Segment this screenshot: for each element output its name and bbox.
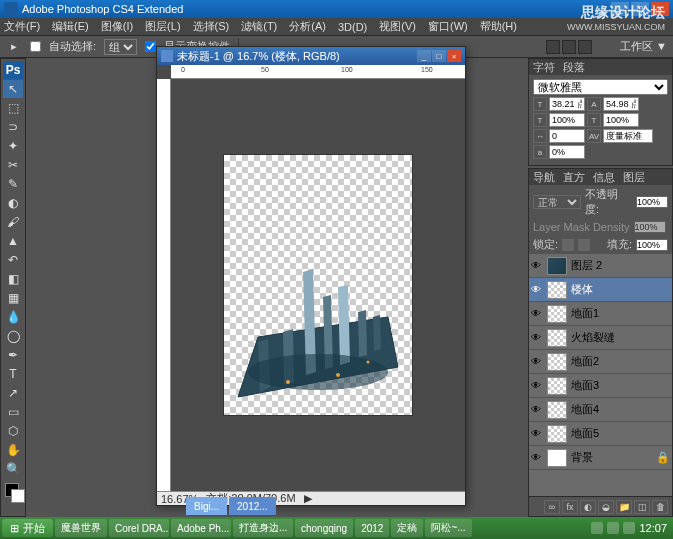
layer-name[interactable]: 楼体 (571, 282, 593, 297)
shape-tool[interactable]: ▭ (3, 403, 23, 421)
layer-thumbnail[interactable] (547, 425, 567, 443)
layer-name[interactable]: 地面1 (571, 306, 599, 321)
layer-thumbnail[interactable] (547, 329, 567, 347)
brush-tool[interactable]: 🖌 (3, 213, 23, 231)
show-transform-checkbox[interactable] (145, 41, 156, 52)
tray-icon[interactable] (623, 522, 635, 534)
move-tool[interactable]: ↖ (3, 80, 23, 98)
wand-tool[interactable]: ✦ (3, 137, 23, 155)
auto-select-mode[interactable]: 组 (104, 39, 137, 55)
layer-name[interactable]: 图层 2 (571, 258, 602, 273)
document-window[interactable]: 未标题-1 @ 16.7% (楼体, RGB/8) _ □ × 0 50 100… (156, 46, 466, 506)
taskbar-button[interactable]: Corel DRA... (109, 519, 169, 537)
canvas[interactable] (171, 79, 465, 491)
baseline-input[interactable] (549, 145, 585, 159)
menu-analysis[interactable]: 分析(A) (289, 19, 326, 34)
visibility-icon[interactable]: 👁 (531, 260, 543, 272)
layer-row[interactable]: 👁火焰裂缝 (529, 326, 672, 350)
layer-thumbnail[interactable] (547, 449, 567, 467)
color-swatches[interactable] (3, 483, 23, 507)
layer-row[interactable]: 👁地面2 (529, 350, 672, 374)
visibility-icon[interactable]: 👁 (531, 404, 543, 416)
stamp-tool[interactable]: ▲ (3, 232, 23, 250)
menu-edit[interactable]: 编辑(E) (52, 19, 89, 34)
dock-tab[interactable]: 2012... (229, 497, 276, 515)
layer-thumbnail[interactable] (547, 257, 567, 275)
new-layer-icon[interactable]: ◫ (634, 500, 650, 514)
mask-density-input[interactable] (634, 221, 666, 233)
artboard[interactable] (223, 154, 413, 416)
char-tab[interactable]: 字符 (533, 60, 555, 75)
layer-thumbnail[interactable] (547, 281, 567, 299)
leading-input[interactable] (603, 97, 639, 111)
visibility-icon[interactable]: 👁 (531, 284, 543, 296)
layer-row[interactable]: 👁图层 2 (529, 254, 672, 278)
dock-tab[interactable]: Bigi... (186, 497, 227, 515)
menu-layer[interactable]: 图层(L) (145, 19, 180, 34)
menu-view[interactable]: 视图(V) (379, 19, 416, 34)
nav-tab[interactable]: 导航 (533, 170, 555, 185)
workspace-switcher[interactable]: 工作区 ▼ (620, 39, 667, 54)
layer-row[interactable]: 👁楼体 (529, 278, 672, 302)
adj-layer-icon[interactable]: ◒ (598, 500, 614, 514)
font-size-input[interactable] (549, 97, 585, 111)
visibility-icon[interactable]: 👁 (531, 380, 543, 392)
doc-minimize[interactable]: _ (417, 50, 431, 62)
layer-name[interactable]: 火焰裂缝 (571, 330, 615, 345)
background-color[interactable] (11, 489, 25, 503)
visibility-icon[interactable]: 👁 (531, 428, 543, 440)
font-select[interactable]: 微软雅黑 (533, 79, 668, 95)
layer-row[interactable]: 👁地面3 (529, 374, 672, 398)
marquee-tool[interactable]: ⬚ (3, 99, 23, 117)
layer-thumbnail[interactable] (547, 305, 567, 323)
menu-file[interactable]: 文件(F) (4, 19, 40, 34)
layer-row[interactable]: 👁地面4 (529, 398, 672, 422)
menu-filter[interactable]: 滤镜(T) (241, 19, 277, 34)
opacity-input[interactable] (636, 196, 668, 208)
align-btn[interactable] (562, 40, 576, 54)
heal-tool[interactable]: ◐ (3, 194, 23, 212)
path-tool[interactable]: ↗ (3, 384, 23, 402)
3d-tool[interactable]: ⬡ (3, 422, 23, 440)
layer-name[interactable]: 背景 (571, 450, 593, 465)
fill-input[interactable] (636, 239, 668, 251)
eyedropper-tool[interactable]: ✎ (3, 175, 23, 193)
layers-tab[interactable]: 图层 (623, 170, 645, 185)
layer-mask-icon[interactable]: ◐ (580, 500, 596, 514)
hscale-input[interactable] (549, 113, 585, 127)
align-btn[interactable] (578, 40, 592, 54)
layer-name[interactable]: 地面4 (571, 402, 599, 417)
taskbar-button[interactable]: Adobe Ph... (171, 519, 231, 537)
link-layers-icon[interactable]: ∞ (544, 500, 560, 514)
tray-icon[interactable] (591, 522, 603, 534)
hand-tool[interactable]: ✋ (3, 441, 23, 459)
lock-trans-icon[interactable] (562, 239, 574, 251)
layer-thumbnail[interactable] (547, 353, 567, 371)
taskbar-button[interactable]: 定稿 (391, 519, 423, 537)
dodge-tool[interactable]: ◯ (3, 327, 23, 345)
blur-tool[interactable]: 💧 (3, 308, 23, 326)
group-icon[interactable]: 📁 (616, 500, 632, 514)
tray-icon[interactable] (607, 522, 619, 534)
para-tab[interactable]: 段落 (563, 60, 585, 75)
layer-name[interactable]: 地面3 (571, 378, 599, 393)
layer-style-icon[interactable]: fx (562, 500, 578, 514)
menu-select[interactable]: 选择(S) (193, 19, 230, 34)
zoom-tool[interactable]: 🔍 (3, 460, 23, 478)
menu-3d[interactable]: 3D(D) (338, 21, 367, 33)
layer-thumbnail[interactable] (547, 401, 567, 419)
layer-name[interactable]: 地面5 (571, 426, 599, 441)
doc-close[interactable]: × (447, 50, 461, 62)
delete-layer-icon[interactable]: 🗑 (652, 500, 668, 514)
doc-maximize[interactable]: □ (432, 50, 446, 62)
taskbar-button[interactable]: 魔兽世界 (55, 519, 107, 537)
tracking-input[interactable] (549, 129, 585, 143)
visibility-icon[interactable]: 👁 (531, 308, 543, 320)
menu-window[interactable]: 窗口(W) (428, 19, 468, 34)
info-tab[interactable]: 信息 (593, 170, 615, 185)
visibility-icon[interactable]: 👁 (531, 452, 543, 464)
layer-row[interactable]: 👁地面1 (529, 302, 672, 326)
auto-select-checkbox[interactable] (30, 41, 41, 52)
layer-name[interactable]: 地面2 (571, 354, 599, 369)
kerning-input[interactable] (603, 129, 653, 143)
